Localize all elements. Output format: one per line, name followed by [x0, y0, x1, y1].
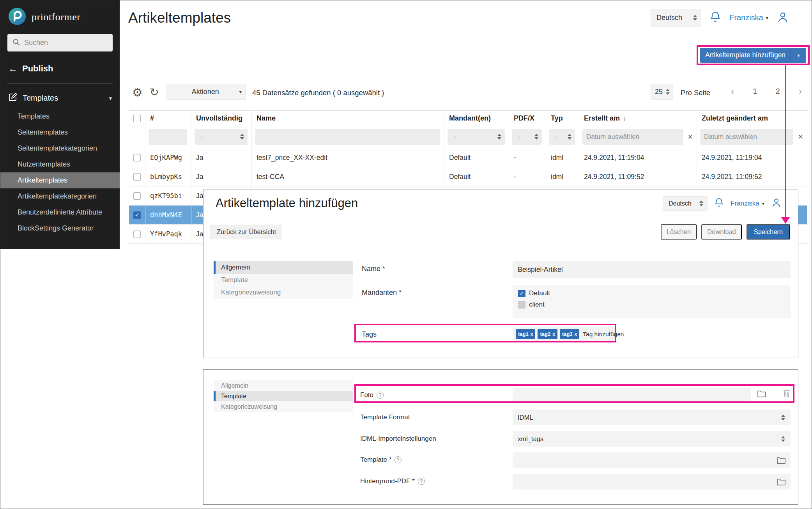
brand[interactable]: printformer: [0, 0, 120, 31]
filter-id-input[interactable]: [149, 129, 187, 145]
dialog-header-controls: Deutsch Franziska ▾: [663, 196, 782, 211]
clear-icon[interactable]: ×: [688, 132, 693, 142]
remove-tag-icon[interactable]: x: [575, 332, 577, 337]
select-arrows-icon: [781, 415, 785, 420]
row-checkbox[interactable]: [133, 231, 141, 238]
trash-icon[interactable]: [783, 389, 791, 399]
chevron-down-icon: ▾: [762, 201, 764, 206]
bell-icon[interactable]: [714, 197, 724, 209]
mandant-default-option[interactable]: ✓ Default: [518, 289, 785, 297]
foto-label: Foto ?: [360, 391, 384, 399]
row-checkbox-checked[interactable]: ✓: [133, 211, 141, 219]
sidebar-item-templates[interactable]: Templates: [0, 108, 120, 124]
chevron-down-icon[interactable]: ▾: [791, 48, 806, 63]
language-select[interactable]: Deutsch: [651, 9, 701, 27]
filter-name-input[interactable]: [255, 129, 440, 145]
column-header-erstellt-am[interactable]: Erstellt am ↓: [579, 111, 697, 126]
remove-tag-icon[interactable]: x: [552, 332, 555, 337]
filter-mandanten-select[interactable]: -: [448, 129, 505, 145]
sidebar-item-artikeltemplatekategorien[interactable]: Artikeltemplatekategorien: [0, 188, 120, 204]
user-menu[interactable]: Franziska ▾: [729, 13, 768, 22]
template-format-select[interactable]: IDML: [513, 410, 791, 425]
sidebar-item-blocksettings-generator[interactable]: BlockSettings Generator: [0, 220, 120, 236]
column-header-typ[interactable]: Typ: [546, 111, 579, 126]
filter-erstellt-date[interactable]: Datum auswählen: [582, 129, 683, 145]
actions-dropdown[interactable]: Aktionen ▾: [166, 84, 246, 100]
person-icon[interactable]: [771, 197, 782, 210]
name-label: Name *: [362, 265, 385, 273]
hintergrund-pdf-field[interactable]: [513, 474, 791, 489]
name-field[interactable]: Beispiel-Artikel: [513, 261, 791, 278]
column-header-zuletzt-geaendert[interactable]: Zuletzt geändert am: [697, 111, 807, 126]
table-row[interactable]: EQjKAPWg Ja test7_price_XX-XX-edit Defau…: [129, 148, 807, 167]
help-icon[interactable]: ?: [395, 456, 402, 463]
back-to-overview-button[interactable]: Zurück zur Übersicht: [211, 225, 282, 239]
mandant-client-option[interactable]: client: [518, 301, 785, 309]
filter-geaendert-date[interactable]: Datum auswählen: [700, 129, 793, 145]
folder-icon[interactable]: [777, 456, 786, 466]
results-count: 45 Datensätze gefunden ( 0 ausgewählt ): [252, 89, 384, 97]
tab-kategoriezuweisung[interactable]: Kategoriezuweisung: [214, 286, 353, 299]
tab-template[interactable]: Template: [214, 391, 353, 401]
sidebar-section-templates[interactable]: Templates ▾: [0, 84, 120, 108]
template-file-field[interactable]: [513, 452, 791, 468]
tags-field[interactable]: tag1 x tag2 x tag3 x Tag hinzufügen: [513, 327, 617, 341]
gear-icon[interactable]: ⚙: [132, 85, 143, 99]
refresh-icon[interactable]: ↻: [150, 86, 159, 99]
tab-kategoriezuweisung[interactable]: Kategoriezuweisung: [214, 401, 353, 412]
column-header-name[interactable]: Name: [252, 111, 444, 126]
user-menu[interactable]: Franziska ▾: [731, 200, 764, 208]
tab-allgemein[interactable]: Allgemein: [214, 380, 353, 391]
help-icon[interactable]: ?: [418, 478, 425, 485]
language-select[interactable]: Deutsch: [663, 196, 708, 211]
column-header-mandanten[interactable]: Mandant(en): [444, 111, 509, 126]
sidebar-item-nutzentemplates[interactable]: Nutzentemplates: [0, 156, 120, 172]
tab-template[interactable]: Template: [214, 274, 353, 286]
download-button[interactable]: Download: [701, 224, 741, 239]
filter-pdfx-select[interactable]: -: [512, 129, 542, 145]
section-label: Templates: [23, 94, 58, 103]
add-tag-button[interactable]: Tag hinzufügen: [583, 331, 624, 338]
clear-icon[interactable]: ×: [798, 132, 803, 142]
column-header-pdfx[interactable]: PDF/X: [509, 111, 546, 126]
folder-icon[interactable]: [777, 477, 786, 488]
tab-allgemein[interactable]: Allgemein: [214, 261, 353, 274]
page-1[interactable]: 1: [753, 87, 757, 96]
per-page-select[interactable]: 25: [651, 84, 673, 100]
sidebar-item-artikeltemplates[interactable]: Artikeltemplates: [0, 172, 120, 188]
page-prev-icon[interactable]: ‹: [731, 87, 734, 95]
row-checkbox[interactable]: [133, 173, 141, 181]
dialog-tab-list: Allgemein Template Kategoriezuweisung: [214, 380, 353, 412]
page-2[interactable]: 2: [776, 87, 780, 96]
template-edit-icon: [8, 92, 18, 104]
row-checkbox[interactable]: [133, 192, 141, 200]
save-button[interactable]: Speichern: [747, 224, 790, 239]
idml-import-select[interactable]: xml_tags: [513, 431, 791, 447]
checkbox-unchecked[interactable]: [518, 301, 525, 309]
tag-chip: tag1 x: [516, 329, 535, 339]
printformer-logo-icon: [8, 7, 26, 27]
person-icon[interactable]: [776, 11, 789, 25]
table-row[interactable]: bLmbypKs Ja test-CCA Default - idml 24.9…: [129, 167, 807, 186]
column-header-id[interactable]: #: [145, 111, 191, 126]
sidebar-item-benutzerdefinierte-attribute[interactable]: Benutzerdefinierte Attribute: [0, 204, 120, 220]
filter-typ-select[interactable]: -: [549, 129, 575, 145]
select-all-checkbox[interactable]: [133, 115, 141, 122]
bell-icon[interactable]: [709, 11, 722, 25]
sidebar-item-seitentemplates[interactable]: Seitentemplates: [0, 124, 120, 140]
back-to-publish[interactable]: ← Publish: [0, 51, 120, 83]
column-header-unvollstaendig[interactable]: Unvollständig: [191, 111, 252, 126]
help-icon[interactable]: ?: [377, 392, 384, 399]
delete-button[interactable]: Löschen: [661, 224, 697, 239]
foto-file-field[interactable]: [513, 388, 751, 402]
search-input[interactable]: [24, 39, 108, 47]
sidebar-item-seitentemplatekategorien[interactable]: Seitentemplatekategorien: [0, 140, 120, 156]
page-next-icon[interactable]: ›: [799, 87, 802, 95]
folder-icon[interactable]: [757, 389, 766, 399]
add-artikeltemplate-button[interactable]: Artikeltemplate hinzufügen ▾: [700, 48, 806, 63]
row-checkbox[interactable]: [133, 154, 141, 161]
dialog-button-row: Zurück zur Übersicht Löschen Download Sp…: [211, 224, 790, 239]
remove-tag-icon[interactable]: x: [531, 332, 533, 337]
checkbox-checked[interactable]: ✓: [518, 290, 525, 297]
filter-unvollstaendig-select[interactable]: -: [195, 129, 248, 145]
